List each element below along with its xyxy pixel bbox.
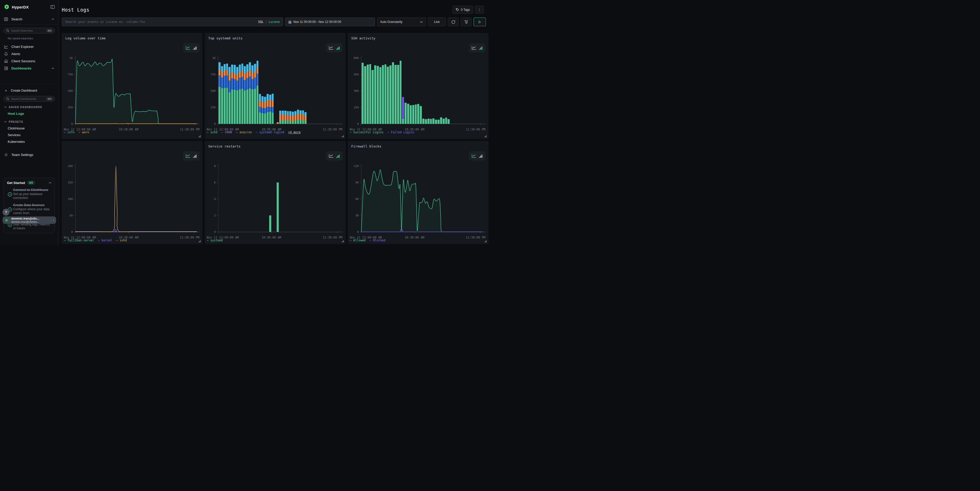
legend-item[interactable]: — Allowed [350,238,366,242]
y-tick-label: 150 [68,181,73,184]
y-tick-label: 200 [68,164,73,168]
legend-item[interactable]: — Failed Logins [387,130,414,134]
get-started-step[interactable]: Connect to ClickHouse Set up your databa… [7,188,51,200]
resize-handle[interactable] [342,240,344,242]
chevron-up-icon[interactable] [49,182,51,184]
legend-item[interactable]: — systemd-logind [256,130,285,134]
legend-item[interactable]: — CRON [221,130,232,134]
tags-button[interactable]: 0 Tags [453,6,473,14]
legend-item[interactable]: — anacron [236,130,252,134]
get-started-progress-badge: 3/3 [27,181,35,185]
bar-mode-icon[interactable] [479,154,483,158]
presets-group-header[interactable]: PRESETS [0,120,59,123]
y-tick-label: 450 [353,73,359,76]
line-mode-icon[interactable] [329,154,334,158]
series-systemd [269,183,279,232]
get-started-title: Get Started [7,181,25,185]
legend-more-link[interactable]: +4 more [288,130,301,134]
sidebar-item-team-settings[interactable]: Team Settings [0,152,59,158]
y-tick-label: 0 [71,230,73,234]
chart-plot: 6004503001500Nov 11 12:00:00 AM10:30:00 … [348,33,488,139]
legend-item[interactable]: — sshd [116,238,127,242]
series-Failed Logins [402,97,404,119]
chart-mode-toggle [326,151,342,160]
legend-item[interactable]: — sshd [207,130,218,134]
laptop-icon [4,59,8,63]
collapse-sidebar-icon[interactable] [51,5,55,9]
sql-mode-toggle[interactable]: SQL [258,20,264,24]
user-menu[interactable]: D dominic.tran@clic... dominic.tran@clic… [3,216,56,224]
more-options-button[interactable]: ⋮ [475,6,484,14]
filter-icon [464,20,468,24]
line-mode-icon[interactable] [471,154,477,158]
avatar: D [4,218,9,223]
line-mode-icon[interactable] [186,46,191,50]
bar-mode-icon[interactable] [336,46,340,50]
shortcut-badge: ⌘K [46,29,53,32]
legend-item[interactable]: — Successful Logins [350,130,384,134]
chart-legend: — Allowed— Blocked [350,238,386,242]
create-dashboard-button[interactable]: + Create Dashboard [0,88,59,94]
live-button[interactable]: Live [428,17,446,26]
search-input[interactable] [65,20,258,24]
line-mode-icon[interactable] [471,46,477,50]
resize-handle[interactable] [199,135,200,137]
no-saved-searches-text: No saved searches [8,37,59,40]
x-tick-label: 10:30:00 AM [404,236,424,239]
chart-plot: 1209060300Nov 11 12:00:00 AM10:30:00 AM1… [348,141,488,244]
saved-searches-input[interactable]: Saved Searches ⌘K [3,28,55,33]
legend-item[interactable]: — systemd [207,238,223,242]
legend-item[interactable]: — fail2ban-server [64,238,94,242]
y-tick-label: 500 [68,89,73,93]
y-tick-label: 4 [214,197,216,201]
saved-dashboards-group-header[interactable]: SAVED DASHBOARDS [0,105,59,109]
sidebar-item-chart-explorer[interactable]: Chart Explorer [0,43,59,50]
y-tick-label: 120 [353,164,359,168]
y-tick-label: 1K [70,56,73,60]
search-icon [6,29,9,32]
line-mode-icon[interactable] [186,154,191,158]
legend-item[interactable]: — kernel [98,238,112,242]
legend-item[interactable]: — info [64,130,75,134]
run-query-button[interactable] [474,17,486,26]
bar-mode-icon[interactable] [193,154,197,158]
date-range-input[interactable]: Nov 11 00:00:00 - Nov 12 00:00:00 [285,17,375,26]
y-tick-label: 300 [353,89,359,93]
resize-handle[interactable] [485,240,487,242]
sidebar-item-alerts[interactable]: Alerts [0,50,59,57]
get-started-step[interactable]: Create Data Sources Configure where your… [7,203,51,215]
user-name: dominic.tran@clic... [11,217,53,220]
sidebar-item-clickhouse[interactable]: ClickHouse [0,126,59,131]
brand-name: HyperDX [12,5,29,9]
bar-mode-icon[interactable] [336,154,340,158]
line-mode-icon[interactable] [329,46,334,50]
filter-button[interactable] [461,17,471,26]
bar-mode-icon[interactable] [193,46,197,50]
lucene-mode-toggle[interactable]: Lucene [269,20,280,24]
refresh-button[interactable] [448,17,458,26]
chart-card-top-systemd-units: Top systemd units 1K7505002500Nov 11 12:… [205,33,345,139]
sidebar-item-dashboards[interactable]: Dashboards [0,65,59,72]
sidebar-item-services[interactable]: Services [0,132,59,138]
shortcut-badge: ⌘K [46,97,53,101]
legend-item[interactable]: — warn [78,130,89,134]
y-tick-label: 50 [70,214,73,217]
help-button[interactable]: ? [3,209,10,216]
resize-handle[interactable] [485,135,487,137]
chart-legend: — systemd [207,238,223,242]
saved-dashboards-input[interactable]: Saved Dashboards ⌘K [3,96,55,102]
sidebar-item-kubernetes[interactable]: Kubernetes [0,139,59,145]
resize-handle[interactable] [199,240,200,242]
resize-handle[interactable] [342,135,344,137]
bar-mode-icon[interactable] [479,46,483,50]
dashboards-icon [4,67,8,70]
sidebar-item-search[interactable]: Search [0,16,59,22]
chart-card-log-volume: Log volume over time 1K7505002500Nov 11 … [62,33,202,139]
x-tick-label: 11:30:00 PM [323,128,342,131]
chevron-up-icon [51,18,54,20]
granularity-select[interactable]: Auto Granularity [377,17,426,26]
sidebar-item-client-sessions[interactable]: Client Sessions [0,57,59,65]
sidebar-item-host-logs[interactable]: Host Logs [0,111,59,116]
legend-item[interactable]: — Blocked [369,238,385,242]
main-content: Host Logs 0 Tags ⋮ SQL|Lucene [59,0,490,246]
